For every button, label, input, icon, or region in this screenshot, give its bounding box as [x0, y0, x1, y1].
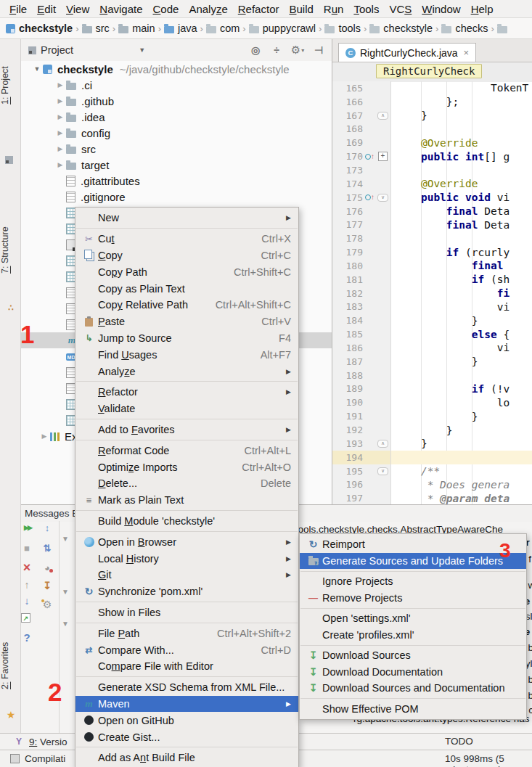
- menu-item-download-documentation[interactable]: ↧Download Documentation: [300, 664, 526, 681]
- menu-help[interactable]: Help: [466, 3, 499, 15]
- collapse-arrow-icon[interactable]: ▼: [31, 65, 43, 73]
- menu-item-download-sources[interactable]: ↧Download Sources: [300, 647, 526, 664]
- menu-item-ignore-projects[interactable]: Ignore Projects: [300, 573, 526, 590]
- menu-item-local-history[interactable]: Local History▶: [75, 550, 298, 567]
- menu-item-find-usages[interactable]: Find UsagesAlt+F7: [75, 346, 298, 363]
- tree-item-gitattributes[interactable]: .gitattributes: [21, 173, 332, 189]
- close-icon[interactable]: ×: [464, 47, 470, 58]
- menu-refactor[interactable]: Refactor: [233, 3, 285, 15]
- breadcrumb-src[interactable]: src: [82, 22, 110, 34]
- expand-arrow-icon[interactable]: ▶: [54, 113, 66, 120]
- expand-arrow-icon[interactable]: ▶: [54, 97, 66, 104]
- menu-item-mark-as-plain-text[interactable]: ≡Mark as Plain Text: [75, 492, 298, 509]
- folded-region-icon[interactable]: +: [378, 152, 388, 161]
- menu-item-copy-path[interactable]: Copy PathCtrl+Shift+C: [75, 263, 298, 280]
- menu-item-show-effective-pom[interactable]: Show Effective POM: [300, 701, 526, 718]
- chevron-down-icon[interactable]: ▼: [139, 46, 145, 54]
- breadcrumb-checks[interactable]: checks: [441, 22, 488, 34]
- fold-start-icon[interactable]: ∨: [377, 467, 388, 475]
- override-method-icon[interactable]: ↑: [365, 194, 375, 201]
- menu-item-create-gist[interactable]: Create Gist...: [75, 729, 298, 745]
- expand-arrow-icon[interactable]: ▶: [54, 145, 66, 152]
- fold-start-icon[interactable]: ∨: [377, 194, 388, 202]
- breadcrumb-checkstyle[interactable]: checkstyle: [6, 22, 73, 34]
- tool-tab-project[interactable]: 1: Project: [0, 44, 20, 127]
- menu-item-delete[interactable]: Delete...Delete: [75, 475, 298, 492]
- menu-item-open-in-browser[interactable]: Open in Browser▶: [75, 533, 298, 550]
- menu-code[interactable]: Code: [148, 3, 184, 15]
- menu-item-open-on-github[interactable]: Open on GitHub: [75, 712, 298, 729]
- menu-item-refactor[interactable]: Refactor▶: [75, 384, 298, 401]
- tree-item-ci[interactable]: ▶.ci: [21, 77, 332, 93]
- breadcrumb-checkstyle[interactable]: checkstyle: [369, 22, 433, 34]
- menu-item-download-sources-and-documentation[interactable]: ↧Download Sources and Documentation: [300, 680, 526, 697]
- menu-item-remove-projects[interactable]: —Remove Projects: [300, 590, 526, 607]
- fold-end-icon[interactable]: ∧: [377, 112, 388, 120]
- settings-icon[interactable]: ⚙: [292, 45, 303, 55]
- tree-item-github[interactable]: ▶.github: [21, 93, 332, 109]
- menu-item-generate-xsd-schema-from-xml-file[interactable]: Generate XSD Schema from XML File...: [75, 679, 298, 696]
- tool-tab-structure[interactable]: 7: Structure: [0, 205, 20, 295]
- menu-edit[interactable]: Edit: [32, 3, 61, 15]
- menu-window[interactable]: Window: [417, 3, 465, 15]
- menu-navigate[interactable]: Navigate: [94, 3, 147, 15]
- hide-icon[interactable]: ⊣: [313, 45, 324, 55]
- project-panel-title[interactable]: Project: [41, 44, 73, 56]
- structure-icon[interactable]: ∴: [5, 300, 17, 313]
- tree-item-checkstyle[interactable]: ▼checkstyle~/java/github/checkstyle/chec…: [21, 61, 332, 77]
- breadcrumb-java[interactable]: java: [164, 22, 197, 34]
- expand-arrow-icon[interactable]: ▶: [54, 161, 66, 168]
- menu-item-generate-sources-and-update-folders[interactable]: Generate Sources and Update Folders: [300, 553, 526, 570]
- expand-arrow-icon[interactable]: ▶: [54, 129, 66, 136]
- breadcrumb-main[interactable]: main: [118, 22, 155, 34]
- menu-item-build-module-checkstyle[interactable]: Build Module 'checkstyle': [75, 513, 298, 530]
- menu-tools[interactable]: Tools: [348, 3, 384, 15]
- tree-item-target[interactable]: ▶target: [21, 157, 332, 173]
- project-tab-icon[interactable]: [5, 154, 13, 167]
- menu-item-git[interactable]: Git▶: [75, 567, 298, 583]
- menu-item-validate[interactable]: Validate: [75, 401, 298, 417]
- tool-tab-favorites[interactable]: 2: Favorites: [0, 626, 20, 705]
- tree-item-gitignore[interactable]: .gitignore: [21, 189, 332, 205]
- menu-build[interactable]: Build: [284, 3, 318, 15]
- menu-item-show-in-files[interactable]: Show in Files: [75, 604, 298, 621]
- editor-tab-rightcurlycheck[interactable]: C RightCurlyCheck.java ×: [338, 43, 476, 62]
- menu-item-reformat-code[interactable]: Reformat CodeCtrl+Alt+L: [75, 442, 298, 459]
- menu-item-maven[interactable]: mMaven▶: [75, 696, 298, 713]
- menu-item-open-settings-xml[interactable]: Open 'settings.xml': [300, 610, 526, 627]
- menu-item-optimize-imports[interactable]: Optimize ImportsCtrl+Alt+O: [75, 459, 298, 475]
- version-control-tab[interactable]: Y 9: Versio: [13, 737, 67, 747]
- menu-vcs[interactable]: VCS: [384, 3, 417, 15]
- menu-item-add-to-favorites[interactable]: Add to Favorites▶: [75, 422, 298, 438]
- menu-item-create-profiles-xml[interactable]: Create 'profiles.xml': [300, 627, 526, 644]
- menu-analyze[interactable]: Analyze: [184, 3, 232, 15]
- expand-arrow-icon[interactable]: ▶: [54, 81, 66, 89]
- breadcrumb-tools[interactable]: tools: [324, 22, 361, 34]
- menu-item-synchronize-pom-xml[interactable]: ↻Synchronize 'pom.xml': [75, 583, 298, 600]
- menu-item-new[interactable]: New▶: [75, 210, 298, 226]
- todo-tab[interactable]: TODO: [445, 736, 473, 747]
- menu-item-file-path[interactable]: File PathCtrl+Alt+Shift+2: [75, 625, 298, 641]
- override-method-icon[interactable]: ↑: [365, 153, 375, 160]
- menu-item-reimport[interactable]: ↻Reimport: [300, 536, 526, 553]
- tree-item-config[interactable]: ▶config: [21, 125, 332, 141]
- breadcrumb-com[interactable]: com: [206, 22, 240, 34]
- tree-item-idea[interactable]: ▶.idea: [21, 109, 332, 125]
- breadcrumb-puppycrawl[interactable]: puppycrawl: [249, 22, 316, 34]
- menu-run[interactable]: Run: [319, 3, 349, 15]
- tree-item-src[interactable]: ▶src: [21, 141, 332, 157]
- menu-item-copy[interactable]: CopyCtrl+C: [75, 247, 298, 264]
- collapse-all-icon[interactable]: ÷: [271, 45, 282, 55]
- locate-icon[interactable]: ◎: [250, 45, 261, 55]
- menu-view[interactable]: View: [61, 3, 94, 15]
- fold-end-icon[interactable]: ∧: [377, 440, 388, 448]
- menu-item-cut[interactable]: ✂CutCtrl+X: [75, 231, 298, 247]
- code-editor[interactable]: 165 TokenT166 };167∧ }168169 @Override17…: [332, 81, 532, 504]
- menu-item-analyze[interactable]: Analyze▶: [75, 363, 298, 380]
- menu-item-jump-to-source[interactable]: ↳Jump to SourceF4: [75, 330, 298, 347]
- star-icon[interactable]: ★: [5, 708, 17, 721]
- menu-item-copy-relative-path[interactable]: Copy Relative PathCtrl+Alt+Shift+C: [75, 297, 298, 313]
- menu-item-add-as-ant-build-file[interactable]: Add as Ant Build File: [75, 750, 298, 766]
- menu-file[interactable]: File: [4, 3, 32, 15]
- menu-item-copy-as-plain-text[interactable]: Copy as Plain Text: [75, 280, 298, 297]
